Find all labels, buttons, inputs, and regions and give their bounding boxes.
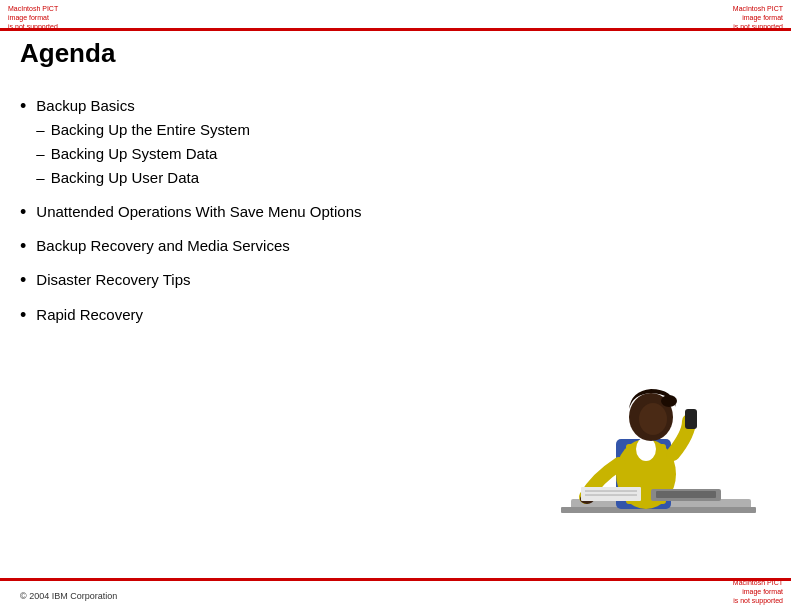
bullet-dot: • xyxy=(20,234,26,259)
bullet-dot: • xyxy=(20,268,26,293)
bullet-text: Backup Basics – Backing Up the Entire Sy… xyxy=(36,95,510,191)
agenda-list: • Backup Basics – Backing Up the Entire … xyxy=(20,95,510,328)
bullet-text: Backup Recovery and Media Services xyxy=(36,235,510,256)
sub-dash: – xyxy=(36,143,44,164)
bottom-right-placeholder: MacIntosh PICTimage formatis not support… xyxy=(733,578,783,605)
list-item-rapid-recovery: • Rapid Recovery xyxy=(20,304,510,328)
svg-rect-10 xyxy=(685,409,697,429)
bullet-dot: • xyxy=(20,200,26,225)
svg-point-8 xyxy=(661,395,677,407)
top-left-placeholder: MacIntosh PICTimage formatis not support… xyxy=(8,4,58,31)
sub-dash: – xyxy=(36,167,44,188)
top-right-placeholder: MacIntosh PICTimage formatis not support… xyxy=(733,4,783,31)
bullet-text: Unattended Operations With Save Menu Opt… xyxy=(36,201,510,222)
sub-item-label: Backing Up User Data xyxy=(51,167,199,188)
main-content: • Backup Basics – Backing Up the Entire … xyxy=(20,95,510,338)
svg-rect-15 xyxy=(656,491,716,498)
illustration xyxy=(541,349,761,549)
sub-item-label: Backing Up System Data xyxy=(51,143,218,164)
sub-dash: – xyxy=(36,119,44,140)
sub-item-2: – Backing Up System Data xyxy=(36,143,510,164)
bullet-label: Backup Basics xyxy=(36,97,134,114)
bullet-dot: • xyxy=(20,303,26,328)
sub-item-3: – Backing Up User Data xyxy=(36,167,510,188)
page-title: Agenda xyxy=(20,38,115,69)
sub-item-label: Backing Up the Entire System xyxy=(51,119,250,140)
sub-list: – Backing Up the Entire System – Backing… xyxy=(36,119,510,188)
sub-item-1: – Backing Up the Entire System xyxy=(36,119,510,140)
bullet-text: Rapid Recovery xyxy=(36,304,510,325)
svg-rect-11 xyxy=(581,487,641,501)
list-item-backup-recovery: • Backup Recovery and Media Services xyxy=(20,235,510,259)
svg-point-9 xyxy=(639,403,667,435)
bullet-dot: • xyxy=(20,94,26,119)
footer-copyright: © 2004 IBM Corporation xyxy=(20,591,117,601)
list-item-disaster-recovery: • Disaster Recovery Tips xyxy=(20,269,510,293)
person-at-desk-svg xyxy=(541,349,761,549)
bullet-text: Disaster Recovery Tips xyxy=(36,269,510,290)
list-item-unattended: • Unattended Operations With Save Menu O… xyxy=(20,201,510,225)
bottom-red-line xyxy=(0,578,791,581)
list-item-backup-basics: • Backup Basics – Backing Up the Entire … xyxy=(20,95,510,191)
top-red-line xyxy=(0,28,791,31)
